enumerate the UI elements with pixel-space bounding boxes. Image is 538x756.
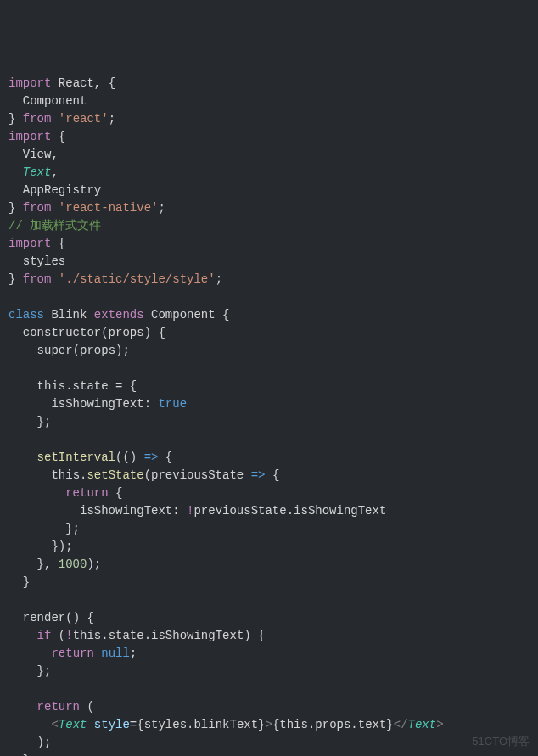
- code-line[interactable]: [8, 431, 530, 449]
- code-token: ,: [51, 165, 58, 179]
- code-token: [8, 718, 51, 731]
- watermark-text: 51CTO博客: [472, 733, 530, 750]
- code-line[interactable]: this.setState(previousState => {: [8, 467, 530, 484]
- code-line[interactable]: [8, 591, 530, 609]
- code-token: // 加载样式文件: [8, 219, 101, 232]
- code-line[interactable]: isShowingText: true: [8, 395, 530, 413]
- code-token: {: [158, 451, 172, 464]
- code-line[interactable]: import React, {: [8, 75, 530, 92]
- code-line[interactable]: super(props);: [8, 342, 530, 360]
- code-token: () {: [65, 611, 94, 624]
- code-token: <: [51, 718, 58, 731]
- code-line[interactable]: });: [8, 538, 530, 556]
- code-token: constructor(props) {: [8, 326, 165, 339]
- code-token: [51, 272, 58, 286]
- code-token: React, {: [51, 76, 115, 90]
- code-token: (: [80, 700, 94, 714]
- code-line[interactable]: return {: [8, 484, 530, 502]
- code-line[interactable]: import {: [8, 128, 530, 146]
- code-token: true: [158, 397, 187, 411]
- code-line[interactable]: constructor(props) {: [8, 324, 530, 342]
- code-token: );: [8, 736, 51, 749]
- code-token: ;: [130, 647, 137, 660]
- code-token: (: [51, 629, 65, 642]
- code-token: setState: [87, 468, 143, 482]
- code-line[interactable]: };: [8, 520, 530, 538]
- code-editor-content[interactable]: import React, { Component} from 'react';…: [8, 75, 530, 756]
- code-token: [8, 700, 37, 714]
- code-token: Component: [8, 94, 87, 108]
- code-line[interactable]: // 加载样式文件: [8, 217, 530, 235]
- code-line[interactable]: View,: [8, 146, 530, 164]
- code-token: import: [8, 237, 51, 250]
- code-token: from: [23, 272, 52, 286]
- code-line[interactable]: [8, 360, 530, 378]
- code-token: isShowingText:: [8, 504, 187, 518]
- code-token: [8, 165, 23, 179]
- code-line[interactable]: styles: [8, 253, 530, 271]
- code-token: }: [8, 575, 30, 589]
- code-line[interactable]: this.state = {: [8, 378, 530, 395]
- code-line[interactable]: render() {: [8, 609, 530, 627]
- code-token: );: [87, 557, 101, 571]
- code-token: =>: [144, 451, 159, 464]
- code-token: Text: [59, 718, 87, 731]
- code-line[interactable]: } from './static/style/style';: [8, 271, 530, 288]
- code-line[interactable]: <Text style={styles.blinkText}>{this.pro…: [8, 716, 530, 734]
- code-token: style: [94, 718, 130, 731]
- code-line[interactable]: return null;: [8, 645, 530, 663]
- code-line[interactable]: [8, 288, 530, 306]
- code-line[interactable]: class Blink extends Component {: [8, 306, 530, 324]
- code-token: {: [51, 237, 65, 250]
- code-token: Blink: [44, 308, 94, 322]
- code-token: ;: [109, 112, 115, 126]
- code-token: render: [23, 611, 65, 624]
- code-token: 'react-native': [59, 201, 159, 215]
- code-line[interactable]: }: [8, 574, 530, 591]
- code-token: (previousState: [144, 468, 251, 482]
- code-line[interactable]: Text,: [8, 164, 530, 182]
- code-line[interactable]: }, 1000);: [8, 556, 530, 574]
- code-token: 1000: [59, 557, 87, 571]
- code-token: return: [65, 486, 108, 500]
- code-token: };: [8, 522, 80, 535]
- code-line[interactable]: import {: [8, 235, 530, 253]
- code-line[interactable]: if (!this.state.isShowingText) {: [8, 627, 530, 645]
- code-token: isShowingText:: [8, 397, 158, 411]
- code-token: ((): [115, 451, 144, 464]
- code-line[interactable]: } from 'react';: [8, 110, 530, 128]
- code-line[interactable]: Component: [8, 92, 530, 110]
- code-line[interactable]: isShowingText: !previousState.isShowingT…: [8, 502, 530, 520]
- code-token: .state = {: [65, 379, 137, 393]
- code-token: {: [51, 130, 65, 143]
- code-line[interactable]: [8, 680, 530, 698]
- code-token: [51, 201, 58, 215]
- code-token: from: [23, 201, 52, 215]
- code-line[interactable]: );: [8, 734, 530, 752]
- code-line[interactable]: };: [8, 413, 530, 431]
- code-token: >: [436, 718, 443, 731]
- code-token: this: [51, 468, 80, 482]
- code-token: 'react': [59, 112, 109, 126]
- code-token: AppRegistry: [8, 183, 101, 197]
- code-token: });: [8, 540, 73, 553]
- code-token: null: [101, 647, 130, 660]
- code-line[interactable]: } from 'react-native';: [8, 199, 530, 217]
- code-token: if: [37, 629, 52, 642]
- code-token: [8, 629, 37, 642]
- code-token: };: [8, 664, 51, 678]
- code-line[interactable]: }: [8, 752, 530, 756]
- code-line[interactable]: };: [8, 663, 530, 680]
- code-token: }: [8, 272, 23, 286]
- code-line[interactable]: setInterval(() => {: [8, 449, 530, 467]
- code-token: .props.text}: [308, 718, 394, 731]
- code-line[interactable]: return (: [8, 698, 530, 716]
- code-token: [8, 344, 37, 357]
- code-line[interactable]: AppRegistry: [8, 182, 530, 199]
- code-token: previousState.isShowingText: [193, 504, 386, 518]
- code-token: return: [37, 700, 80, 714]
- code-token: return: [51, 647, 93, 660]
- code-token: [8, 379, 37, 393]
- code-token: }: [8, 201, 23, 215]
- code-token: >: [266, 718, 272, 731]
